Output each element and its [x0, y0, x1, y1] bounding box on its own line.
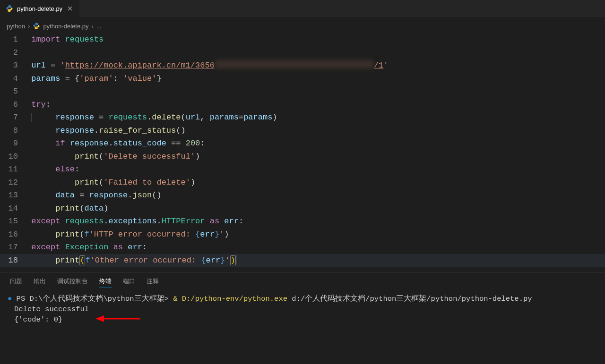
code-editor[interactable]: 1 import requests 2 3 url = 'https://moc… [0, 32, 605, 267]
breadcrumb-folder: python [7, 23, 25, 30]
terminal-output-line: Delete successful [14, 305, 89, 313]
tab-comments[interactable]: 注释 [146, 275, 159, 288]
tab-debug-console[interactable]: 调试控制台 [57, 275, 88, 288]
close-icon[interactable] [66, 5, 74, 12]
tab-ports[interactable]: 端口 [122, 275, 136, 288]
breadcrumb-trailing: ... [96, 23, 102, 30]
tab-output[interactable]: 输出 [33, 275, 46, 288]
editor-tab[interactable]: python-delete.py [0, 0, 80, 17]
breadcrumb[interactable]: python › python-delete.py › ... [0, 20, 605, 32]
terminal[interactable]: ● PS D:\个人代码技术文档\python三大框架> & D:/python… [0, 290, 605, 325]
text-cursor [236, 254, 236, 264]
panel-tabs: 问题 输出 调试控制台 终端 端口 注释 [0, 273, 605, 290]
terminal-output-line: {'code': 0} [14, 315, 62, 324]
redacted-url-segment [215, 60, 373, 68]
chevron-right-icon: › [92, 23, 94, 30]
bottom-panel: 问题 输出 调试控制台 终端 端口 注释 ● PS D:\个人代码技术文档\py… [0, 272, 605, 325]
tab-filename: python-delete.py [17, 5, 62, 12]
tab-bar: python-delete.py [0, 0, 605, 17]
breadcrumb-file: python-delete.py [43, 23, 88, 30]
tab-terminal[interactable]: 终端 [99, 275, 112, 288]
python-icon [6, 5, 13, 12]
python-icon [33, 22, 40, 30]
chevron-right-icon: › [28, 23, 30, 30]
tab-problems[interactable]: 问题 [9, 275, 23, 288]
